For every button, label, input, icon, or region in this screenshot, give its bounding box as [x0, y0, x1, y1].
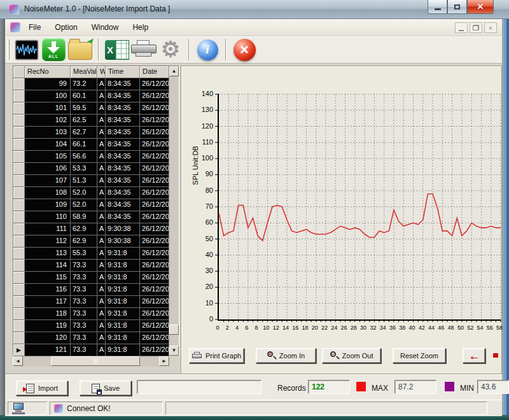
- table-row[interactable]: 10159.5A8:34:3526/12/20: [13, 102, 169, 115]
- back-arrow-icon: ←: [469, 351, 480, 361]
- table-row[interactable]: 11973.3A9:31:826/12/20: [13, 320, 169, 332]
- cell-date: 26/12/20: [140, 235, 169, 248]
- grid-horizontal-scrollbar[interactable]: ◄ ►: [13, 356, 169, 367]
- scroll-down-button[interactable]: ▼: [169, 346, 179, 356]
- vertical-scroll-thumb[interactable]: [169, 325, 179, 335]
- menu-file[interactable]: File: [23, 20, 46, 34]
- row-selector[interactable]: [13, 102, 25, 115]
- max-field[interactable]: 87.2: [394, 380, 436, 394]
- column-header-w[interactable]: W: [97, 66, 106, 78]
- table-row[interactable]: 11573.3A9:31:826/12/20: [13, 272, 169, 284]
- row-selector[interactable]: [13, 320, 25, 332]
- save-button[interactable]: Save: [80, 381, 132, 396]
- table-row[interactable]: 10466.1A8:34:3526/12/20: [13, 139, 169, 151]
- records-field[interactable]: 122: [308, 380, 350, 394]
- cell-recno: 107: [25, 175, 71, 187]
- column-header-recno[interactable]: RecNo: [25, 66, 71, 78]
- menu-option[interactable]: Option: [49, 20, 83, 34]
- table-row[interactable]: 10751.3A8:34:3526/12/20: [13, 175, 169, 187]
- table-row[interactable]: 10852.0A8:34:3526/12/20: [13, 187, 169, 199]
- excel-export-button[interactable]: X: [104, 37, 130, 62]
- mdi-close-button[interactable]: ×: [484, 22, 497, 33]
- table-row[interactable]: 11473.3A9:31:826/12/20: [13, 260, 169, 272]
- column-header-date[interactable]: Date: [140, 66, 169, 78]
- table-row[interactable]: 11058.9A8:34:3526/12/20: [13, 211, 169, 223]
- row-selector[interactable]: [13, 151, 25, 163]
- mdi-minimize-button[interactable]: [455, 22, 468, 33]
- row-selector[interactable]: ▶: [13, 344, 25, 356]
- row-selector[interactable]: [13, 78, 25, 90]
- title-bar[interactable]: NoiseMeter 1.0 - [NoiseMeter Import Data…: [0, 0, 509, 19]
- table-row[interactable]: 10952.0A8:34:3526/12/20: [13, 199, 169, 211]
- row-selector[interactable]: [13, 235, 25, 248]
- print-graph-button[interactable]: Print Graph: [189, 348, 244, 363]
- mdi-restore-icon: [473, 25, 479, 31]
- maximize-button[interactable]: [447, 0, 467, 14]
- row-selector[interactable]: [13, 175, 25, 187]
- mdi-restore-button[interactable]: [470, 22, 482, 33]
- message-field[interactable]: [137, 380, 261, 394]
- row-selector[interactable]: [13, 127, 25, 139]
- grid-vertical-scrollbar[interactable]: ▲ ▼: [169, 66, 179, 356]
- scroll-right-button[interactable]: ►: [159, 356, 169, 366]
- open-folder-button[interactable]: [67, 37, 94, 62]
- print-button[interactable]: [130, 37, 157, 62]
- cell-time: 9:31:8: [106, 284, 140, 296]
- menu-window[interactable]: Window: [86, 20, 125, 34]
- column-header-time[interactable]: Time: [106, 66, 140, 78]
- row-selector[interactable]: [13, 260, 25, 272]
- row-selector[interactable]: [13, 248, 25, 260]
- chart-plot-area[interactable]: [218, 94, 501, 321]
- menu-help[interactable]: Help: [127, 20, 154, 34]
- row-selector[interactable]: [13, 139, 25, 151]
- data-grid: RecNoMeaValWTimeDate 9973.2A8:34:3526/12…: [13, 66, 179, 356]
- row-selector[interactable]: [13, 187, 25, 199]
- table-row[interactable]: 11355.3A9:31:826/12/20: [13, 248, 169, 260]
- table-row[interactable]: 11873.3A9:31:826/12/20: [13, 308, 169, 320]
- table-row[interactable]: 10060.1A8:34:3526/12/20: [13, 90, 169, 102]
- reset-zoom-button[interactable]: Reset Zoom: [393, 348, 446, 363]
- table-row[interactable]: 10262.5A8:34:3526/12/20: [13, 115, 169, 127]
- back-button[interactable]: ←: [463, 348, 485, 363]
- about-button[interactable]: i: [194, 37, 221, 62]
- column-header-meaval[interactable]: MeaVal: [71, 66, 97, 78]
- row-selector[interactable]: [13, 199, 25, 211]
- zoom-out-button[interactable]: − Zoom Out: [322, 348, 381, 363]
- row-selector[interactable]: [13, 163, 25, 175]
- table-row[interactable]: 10362.7A8:34:3526/12/20: [13, 127, 169, 139]
- table-row[interactable]: 11673.3A9:31:826/12/20: [13, 284, 169, 296]
- scroll-up-button[interactable]: ▲: [169, 66, 179, 76]
- row-selector[interactable]: [13, 284, 25, 296]
- row-selector[interactable]: [13, 90, 25, 102]
- toolbar-grip[interactable]: [8, 39, 10, 60]
- row-selector[interactable]: [13, 115, 25, 127]
- stop-icon: ×: [234, 39, 256, 61]
- selector-header[interactable]: [13, 66, 25, 78]
- table-row[interactable]: 11773.3A9:31:826/12/20: [13, 296, 169, 308]
- table-row[interactable]: 9973.2A8:34:3526/12/20: [13, 78, 169, 90]
- import-button[interactable]: Import: [16, 381, 68, 396]
- row-selector[interactable]: [13, 296, 25, 308]
- table-row[interactable]: 11162.9A9:30:3826/12/20: [13, 223, 169, 235]
- table-row[interactable]: 12073.3A9:31:826/12/20: [13, 332, 169, 344]
- row-selector[interactable]: [13, 272, 25, 284]
- waveform-button[interactable]: [13, 37, 40, 62]
- settings-button[interactable]: ⚙: [157, 37, 184, 62]
- import-all-button[interactable]: ALL: [40, 37, 67, 62]
- cell-date: 26/12/20: [140, 320, 169, 332]
- row-selector[interactable]: [13, 332, 25, 344]
- table-row[interactable]: 10653.3A8:34:3526/12/20: [13, 163, 169, 175]
- table-row[interactable]: 10556.6A8:34:3526/12/20: [13, 151, 169, 163]
- row-selector[interactable]: [13, 308, 25, 320]
- min-field[interactable]: 43.6: [477, 380, 509, 394]
- scroll-left-button[interactable]: ◄: [13, 356, 23, 366]
- minimize-button[interactable]: [428, 0, 447, 14]
- horizontal-scroll-thumb[interactable]: [51, 356, 140, 366]
- close-button[interactable]: ✕: [467, 0, 494, 14]
- row-selector[interactable]: [13, 211, 25, 223]
- row-selector[interactable]: [13, 223, 25, 235]
- zoom-in-button[interactable]: + Zoom In: [256, 348, 316, 363]
- table-row[interactable]: ▶12173.3A9:31:826/12/20: [13, 344, 169, 356]
- table-row[interactable]: 11262.9A9:30:3826/12/20: [13, 235, 169, 248]
- exit-button[interactable]: ×: [231, 37, 258, 62]
